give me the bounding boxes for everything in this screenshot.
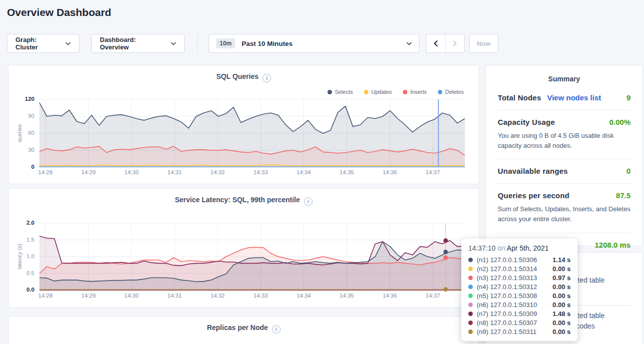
tooltip-node-row: (n9) 127.0.0.1:503110.00 s [468, 327, 571, 336]
info-icon[interactable]: i [272, 325, 281, 334]
x-axis-tick: 14:29 [77, 293, 99, 299]
tooltip-node-value: 0.00 s [553, 283, 571, 291]
summary-row: Capacity Usage0.00%You are using 0 B of … [498, 110, 631, 159]
tooltip-node-row: (n6) 127.0.0.1:503100.00 s [468, 300, 571, 309]
legend-dot-icon [403, 90, 407, 94]
legend-label: Inserts [410, 89, 427, 95]
legend-dot-icon [327, 90, 332, 94]
x-axis-tick: 14:35 [336, 169, 358, 175]
legend-item-inserts: Inserts [403, 89, 427, 95]
tooltip-node-row: (n2) 127.0.0.1:503140.00 s [468, 264, 571, 273]
x-axis-tick: 14:29 [77, 169, 99, 175]
now-button-label: Now [477, 40, 490, 47]
summary-row-head: Total NodesView nodes list9 [498, 93, 631, 102]
service-latency-panel: Service Latency: SQL, 99th percentilei 0… [8, 188, 479, 308]
tooltip-node-value: 0.00 s [553, 292, 571, 300]
now-button[interactable]: Now [469, 34, 498, 53]
replicas-per-node-title: Replicas per Nodei [8, 324, 479, 334]
chevron-left-icon [433, 40, 438, 47]
chevron-down-icon [171, 42, 176, 45]
summary-row: Total NodesView nodes list9 [498, 86, 631, 110]
summary-row-value: 0.00% [609, 118, 631, 126]
x-axis-tick: 14:28 [34, 169, 56, 175]
service-latency-title: Service Latency: SQL, 99th percentilei [8, 196, 479, 206]
sql-queries-panel: SQL Queriesi SelectsUpdatesInsertsDelete… [8, 65, 479, 184]
tooltip-node-address: (n3) 127.0.0.1:50313 [477, 274, 537, 282]
tooltip-node-address: (n1) 127.0.0.1:50306 [477, 256, 537, 264]
node-color-dot-icon [468, 276, 473, 280]
graph-dropdown[interactable]: Graph: Cluster [7, 34, 79, 53]
summary-row-description: You are using 0 B of 4.5 GiB usable disk… [498, 131, 631, 151]
service-latency-title-text: Service Latency: SQL, 99th percentile [175, 196, 300, 204]
legend-dot-icon [438, 90, 442, 94]
tooltip-time: 14:37:10 [468, 244, 496, 252]
view-nodes-list-link[interactable]: View nodes list [547, 93, 601, 102]
x-axis-tick: 14:33 [250, 293, 272, 299]
next-time-button[interactable] [446, 34, 465, 52]
summary-rows: Total NodesView nodes list9Capacity Usag… [486, 83, 643, 257]
node-color-dot-icon [468, 330, 473, 334]
x-axis-tick: 14:31 [164, 293, 186, 299]
legend-item-deletes: Deletes [438, 89, 464, 95]
sql-chart-plot[interactable] [39, 99, 465, 167]
sql-queries-title-text: SQL Queries [216, 72, 259, 80]
summary-panel: Summary Total NodesView nodes list9Capac… [485, 65, 643, 246]
replicas-title-text: Replicas per Node [207, 324, 268, 332]
tooltip-on-word: on [497, 244, 505, 252]
tooltip-node-row: (n8) 127.0.0.1:503070.00 s [468, 318, 571, 327]
x-axis-tick: 14:30 [120, 293, 142, 299]
tooltip-date: Apr 5th, 2021 [507, 244, 549, 252]
node-color-dot-icon [468, 294, 473, 298]
info-icon[interactable]: i [263, 74, 271, 82]
summary-row-value: 9 [627, 93, 631, 102]
y-axis-unit-label: latency (s) [15, 223, 23, 290]
x-axis-tick: 14:35 [336, 293, 358, 299]
time-step-buttons [426, 34, 465, 53]
prev-time-button[interactable] [426, 34, 446, 52]
tooltip-node-row: (n1) 127.0.0.1:503061.14 s [468, 255, 571, 264]
tooltip-node-row: (n7) 127.0.0.1:503091.48 s [468, 309, 571, 318]
tooltip-node-value: 0.00 s [553, 319, 571, 327]
x-axis-tick: 14:34 [293, 293, 315, 299]
tooltip-node-row: (n5) 127.0.0.1:503080.00 s [468, 291, 571, 300]
summary-row-label: Unavailable ranges [498, 167, 568, 175]
summary-row-value: 0 [627, 167, 631, 175]
tooltip-node-address: (n7) 127.0.0.1:50309 [477, 310, 537, 318]
tooltip-node-value: 0.97 s [553, 274, 571, 282]
page-title: Overview Dashboard [7, 6, 111, 18]
dashboard-dropdown[interactable]: Dashboard: Overview [91, 34, 185, 53]
tooltip-node-address: (n4) 127.0.0.1:50312 [477, 283, 537, 291]
tooltip-node-address: (n9) 127.0.0.1:50311 [477, 328, 537, 336]
legend-item-selects: Selects [327, 89, 353, 95]
summary-row: Unavailable ranges0 [498, 159, 631, 183]
tooltip-node-value: 0.00 s [553, 265, 571, 273]
x-axis-tick: 14:37 [422, 169, 444, 175]
tooltip-node-address: (n8) 127.0.0.1:50307 [477, 319, 537, 327]
time-range-dropdown[interactable]: 10m Past 10 Minutes [209, 34, 419, 53]
time-range-badge: 10m [216, 38, 235, 48]
tooltip-timestamp: 14:37:10 on Apr 5th, 2021 [468, 244, 571, 252]
x-axis-tick: 14:36 [379, 293, 401, 299]
tooltip-node-value: 1.14 s [553, 256, 571, 264]
legend-dot-icon [364, 90, 368, 94]
summary-row-label: Total Nodes [498, 93, 541, 102]
x-axis-tick: 14:32 [207, 169, 229, 175]
chart-hover-tooltip: 14:37:10 on Apr 5th, 2021 (n1) 127.0.0.1… [461, 239, 578, 341]
summary-title: Summary [486, 65, 643, 83]
node-color-dot-icon [468, 303, 473, 307]
tooltip-node-row: (n3) 127.0.0.1:503130.97 s [468, 273, 571, 282]
sql-queries-legend: SelectsUpdatesInsertsDeletes [327, 89, 464, 95]
lat-chart-plot[interactable] [39, 223, 465, 290]
tooltip-node-address: (n5) 127.0.0.1:50308 [477, 292, 537, 300]
sql-queries-title: SQL Queriesi [8, 72, 479, 82]
tooltip-rows: (n1) 127.0.0.1:503061.14 s(n2) 127.0.0.1… [468, 255, 571, 336]
tooltip-node-value: 0.00 s [553, 301, 571, 309]
info-icon[interactable]: i [304, 197, 313, 206]
summary-row-head: Queries per second87.5 [498, 191, 631, 200]
node-color-dot-icon [468, 285, 473, 289]
x-axis-tick: 14:34 [293, 169, 315, 175]
node-color-dot-icon [468, 312, 473, 316]
replicas-per-node-panel: Replicas per Nodei [8, 316, 479, 344]
chevron-down-icon [406, 42, 412, 45]
node-color-dot-icon [468, 321, 473, 325]
